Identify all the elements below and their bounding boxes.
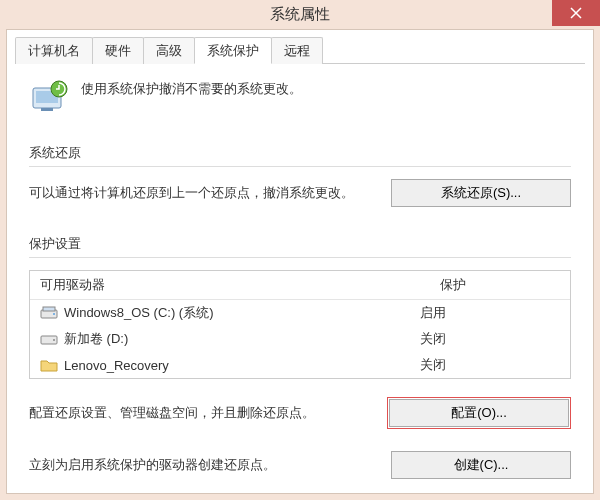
close-button[interactable]	[552, 0, 600, 26]
tab-strip: 计算机名 硬件 高级 系统保护 远程	[15, 36, 585, 64]
system-protection-pane: 使用系统保护撤消不需要的系统更改。 系统还原 可以通过将计算机还原到上一个还原点…	[15, 64, 585, 487]
tab-remote[interactable]: 远程	[271, 37, 323, 64]
section-protect-heading: 保护设置	[29, 235, 571, 253]
system-restore-button[interactable]: 系统还原(S)...	[391, 179, 571, 207]
svg-point-5	[53, 313, 55, 315]
drive-protection: 启用	[420, 304, 560, 322]
configure-button[interactable]: 配置(O)...	[389, 399, 569, 427]
system-properties-window: 系统属性 计算机名 硬件 高级 系统保护 远程 使用系统保护撤消不需要的系统更改…	[0, 0, 600, 500]
drive-icon	[40, 305, 58, 321]
tab-advanced[interactable]: 高级	[143, 37, 195, 64]
highlight-box: 配置(O)...	[387, 397, 571, 429]
drives-listbox: 可用驱动器 保护 Windows8_OS (C:) (系统) 启用 新加卷 (D…	[29, 270, 571, 379]
folder-icon	[40, 357, 58, 373]
configure-description: 配置还原设置、管理磁盘空间，并且删除还原点。	[29, 404, 367, 422]
drive-row[interactable]: Lenovo_Recovery 关闭	[30, 352, 570, 378]
restore-row: 可以通过将计算机还原到上一个还原点，撤消系统更改。 系统还原(S)...	[29, 179, 571, 207]
drive-icon	[40, 331, 58, 347]
drive-name: Lenovo_Recovery	[64, 358, 169, 373]
tab-computer-name[interactable]: 计算机名	[15, 37, 93, 64]
create-button[interactable]: 创建(C)...	[391, 451, 571, 479]
window-title: 系统属性	[270, 5, 330, 24]
tab-system-protection[interactable]: 系统保护	[194, 37, 272, 64]
col-header-drive: 可用驱动器	[30, 271, 430, 299]
divider	[29, 257, 571, 258]
drive-name: 新加卷 (D:)	[64, 330, 128, 348]
intro-text: 使用系统保护撤消不需要的系统更改。	[81, 78, 302, 98]
tab-hardware[interactable]: 硬件	[92, 37, 144, 64]
configure-row: 配置还原设置、管理磁盘空间，并且删除还原点。 配置(O)...	[29, 397, 571, 429]
drive-row[interactable]: Windows8_OS (C:) (系统) 启用	[30, 300, 570, 326]
close-icon	[570, 7, 582, 19]
restore-description: 可以通过将计算机还原到上一个还原点，撤消系统更改。	[29, 183, 371, 204]
drive-protection: 关闭	[420, 330, 560, 348]
drives-header: 可用驱动器 保护	[30, 271, 570, 300]
svg-point-8	[53, 339, 55, 341]
section-restore-heading: 系统还原	[29, 144, 571, 162]
shield-icon	[29, 78, 69, 118]
drive-name: Windows8_OS (C:) (系统)	[64, 304, 214, 322]
content-area: 计算机名 硬件 高级 系统保护 远程 使用系统保护撤消不需要的系统更改。 系统还…	[6, 29, 594, 494]
svg-rect-2	[41, 108, 53, 111]
drive-protection: 关闭	[420, 356, 560, 374]
col-header-protection: 保护	[430, 271, 570, 299]
svg-rect-6	[43, 307, 55, 311]
create-description: 立刻为启用系统保护的驱动器创建还原点。	[29, 456, 371, 474]
create-row: 立刻为启用系统保护的驱动器创建还原点。 创建(C)...	[29, 451, 571, 479]
titlebar: 系统属性	[0, 0, 600, 29]
drive-row[interactable]: 新加卷 (D:) 关闭	[30, 326, 570, 352]
divider	[29, 166, 571, 167]
intro-row: 使用系统保护撤消不需要的系统更改。	[29, 78, 571, 118]
